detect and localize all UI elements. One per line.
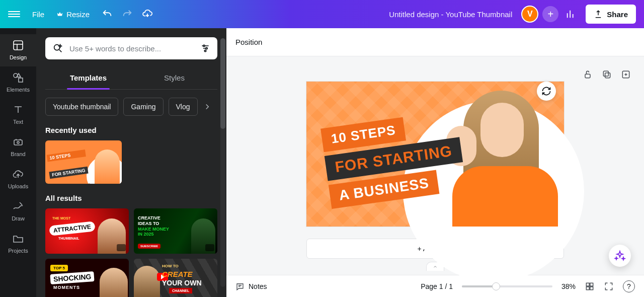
regenerate-button[interactable]	[537, 82, 556, 101]
filter-icon[interactable]	[200, 43, 210, 53]
section-all-results: All results	[45, 194, 217, 202]
folder-icon	[12, 233, 24, 245]
panel-tabs: Templates Styles	[45, 68, 217, 90]
insights-icon[interactable]	[566, 9, 577, 20]
svg-rect-11	[603, 71, 608, 76]
section-recently-used: Recently used	[45, 126, 217, 134]
nav-brand[interactable]: Brand	[0, 131, 36, 163]
template-card[interactable]: THE MOST ATTRACTIVE THUMBNAIL	[45, 208, 129, 254]
menu-icon[interactable]	[8, 8, 20, 20]
svg-rect-14	[590, 283, 593, 286]
redo-icon[interactable]	[122, 9, 133, 20]
crown-icon	[56, 11, 63, 18]
nav-projects[interactable]: Projects	[0, 228, 36, 260]
fullscreen-icon[interactable]	[604, 281, 614, 291]
draw-icon	[12, 200, 24, 212]
undo-icon[interactable]	[102, 9, 113, 20]
svg-point-5	[54, 45, 60, 50]
svg-rect-9	[585, 74, 590, 78]
grid-view-icon[interactable]	[585, 281, 595, 291]
invite-button[interactable]: +	[542, 6, 558, 22]
cloud-upload-icon	[12, 168, 24, 180]
add-page-icon[interactable]	[621, 69, 631, 80]
svg-rect-3	[14, 140, 22, 145]
search-input[interactable]	[69, 44, 194, 53]
text-icon	[12, 104, 24, 116]
svg-point-4	[17, 141, 19, 143]
lock-icon[interactable]	[583, 69, 593, 80]
shapes-icon	[12, 71, 24, 84]
svg-rect-15	[586, 286, 589, 289]
refresh-icon	[541, 86, 551, 96]
document-title[interactable]: Untitled design - YouTube Thumbnail	[162, 10, 521, 19]
nav-draw[interactable]: Draw	[0, 195, 36, 228]
magic-assistant-button[interactable]	[609, 245, 631, 267]
avatar[interactable]: V	[521, 6, 538, 23]
svg-rect-16	[590, 286, 593, 289]
template-card[interactable]: TOP 5 SHOCKING MOMENTS	[45, 259, 129, 297]
zoom-slider[interactable]	[462, 285, 552, 287]
nav-elements[interactable]: Elements	[0, 66, 36, 99]
thumb-text: A BUSINESS	[51, 183, 91, 184]
context-toolbar: Position	[226, 28, 644, 56]
page-actions	[583, 69, 631, 80]
chevron-right-icon[interactable]	[203, 102, 212, 111]
bottom-bar: Notes Page 1 / 1 38% ?	[226, 275, 644, 297]
design-panel: Templates Styles Youtube thumbnail Gamin…	[36, 28, 226, 297]
zoom-level[interactable]: 38%	[561, 282, 576, 290]
thumb-text: FOR STARTING	[49, 167, 88, 179]
thumb-text: 10 STEPS	[47, 150, 86, 162]
top-toolbar: File Resize Untitled design - YouTube Th…	[0, 0, 644, 28]
cloud-sync-icon[interactable]	[142, 9, 153, 20]
design-canvas[interactable]: 10 STEPS FOR STARTING A BUSINESS	[306, 82, 564, 227]
svg-rect-0	[14, 41, 23, 50]
nav-text[interactable]: Text	[0, 99, 36, 131]
canvas-area: Position 10 STEPS FOR STARTING A BUSINES…	[226, 28, 644, 297]
notes-icon	[235, 282, 245, 291]
template-search[interactable]	[45, 37, 217, 59]
chip-vlog[interactable]: Vlog	[169, 98, 198, 116]
svg-rect-2	[19, 78, 23, 82]
duplicate-page-icon[interactable]	[602, 69, 612, 80]
tab-templates[interactable]: Templates	[45, 68, 131, 89]
svg-point-6	[203, 45, 205, 46]
template-icon	[12, 39, 24, 51]
template-card[interactable]: CREATIVEIDEAS TOMAKE MONEYIN 2025 SUBSCR…	[134, 208, 217, 254]
svg-point-7	[206, 47, 207, 49]
side-nav: Design Elements Text Brand Uploads Draw …	[0, 28, 36, 297]
share-button[interactable]: Share	[586, 5, 636, 24]
brand-icon	[12, 136, 24, 148]
resize-menu[interactable]: Resize	[56, 10, 90, 19]
nav-uploads[interactable]: Uploads	[0, 163, 36, 195]
template-card[interactable]: HOW TO CREATE YOUR OWN CHANNEL	[134, 259, 217, 297]
magic-search-icon	[52, 43, 63, 54]
file-menu[interactable]: File	[32, 10, 44, 19]
chip-youtube-thumbnail[interactable]: Youtube thumbnail	[45, 98, 118, 116]
chevron-up-icon	[432, 264, 438, 269]
help-button[interactable]: ?	[623, 280, 635, 292]
tab-styles[interactable]: Styles	[131, 68, 217, 89]
sparkle-icon	[614, 250, 626, 262]
chip-gaming[interactable]: Gaming	[123, 98, 163, 116]
position-button[interactable]: Position	[235, 38, 262, 46]
svg-rect-10	[605, 73, 610, 78]
panel-scrollbar[interactable]	[220, 38, 225, 287]
page-indicator: Page 1 / 1	[421, 282, 453, 290]
svg-point-8	[204, 50, 206, 51]
svg-rect-13	[586, 283, 589, 286]
nav-design[interactable]: Design	[0, 34, 36, 66]
category-chips: Youtube thumbnail Gaming Vlog	[45, 98, 217, 116]
recent-template[interactable]: 10 STEPS FOR STARTING A BUSINESS	[45, 140, 122, 184]
upload-icon	[594, 10, 603, 19]
notes-button[interactable]: Notes	[235, 282, 267, 291]
